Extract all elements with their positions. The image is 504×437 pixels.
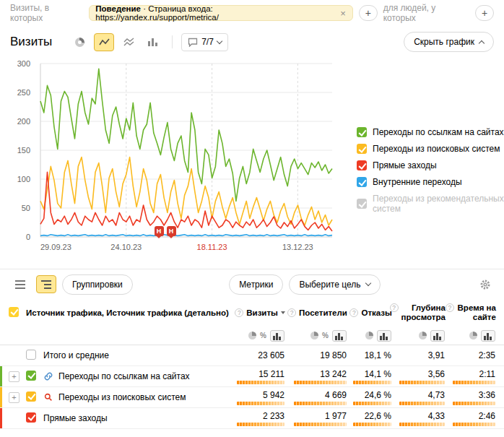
chip-close-icon[interactable]: × (339, 9, 347, 18)
metric-value: 18,1 % (347, 350, 391, 360)
bars-toggle-icon[interactable] (430, 330, 445, 342)
pie-toggle-icon[interactable] (365, 332, 373, 339)
goal-select-button[interactable]: Выберите цель (289, 274, 380, 295)
add-visit-filter-button[interactable]: + (359, 5, 378, 21)
y-axis-labels: 050100150200250300 (0, 64, 33, 237)
line-chart-icon (99, 38, 110, 46)
segment-chip[interactable]: Поведение · Страница входа: https://yand… (89, 5, 353, 21)
legend-checkbox-search[interactable] (357, 144, 367, 154)
column-header-depth[interactable]: ?Глубина просмотра (392, 303, 446, 322)
help-icon[interactable]: ? (390, 303, 399, 312)
metric-histogram (453, 381, 496, 384)
column-header-bounce[interactable]: ?Отказы (347, 308, 392, 318)
chart-type-columns-button[interactable] (143, 33, 163, 51)
chevron-down-icon (365, 280, 370, 286)
segment-chip-text: Поведение · Страница входа: https://yand… (95, 4, 335, 22)
legend-item-recommendation[interactable]: Переходы из рекомендательных систем (357, 194, 504, 214)
bars-toggle-icon[interactable] (270, 330, 284, 342)
percent-toggle-icon[interactable]: % (260, 332, 266, 339)
note-marker[interactable]: Н (155, 226, 164, 236)
metric-histogram (237, 381, 284, 384)
legend-label: Прямые заходы (373, 160, 437, 170)
people-filter-label: для людей, у которых (383, 3, 470, 23)
legend-checkbox-internal[interactable] (357, 177, 367, 187)
metric-value: 3:36 (445, 390, 495, 400)
column-header-time[interactable]: ?Время на сайте (446, 303, 496, 322)
legend-item-search[interactable]: Переходы из поисковых систем (357, 144, 504, 154)
chart-type-stacked-button[interactable] (118, 33, 139, 51)
filter-bar: Визиты, в которых Поведение · Страница в… (0, 0, 504, 26)
select-all-checkbox[interactable] (9, 307, 19, 317)
metric-histogram (294, 402, 347, 405)
view-tree-button[interactable] (36, 275, 56, 293)
legend-item-links[interactable]: Переходы по ссылкам на сайтах (357, 127, 504, 137)
legend-label: Внутренние переходы (373, 177, 462, 187)
chart-type-line-button[interactable] (94, 33, 114, 51)
chart-plot: 050100150200250300 29.09.2324.10.2318.11… (0, 58, 339, 269)
row-label[interactable]: Переходы из поисковых систем (58, 392, 186, 402)
legend-checkbox-recommendation[interactable] (357, 199, 367, 209)
row-checkbox[interactable] (26, 412, 36, 423)
comment-bubble-icon (188, 38, 198, 47)
add-people-filter-button[interactable]: + (475, 5, 494, 21)
legend-item-internal[interactable]: Внутренние переходы (357, 177, 504, 187)
line-chart-canvas (40, 64, 332, 237)
metric-histogram (353, 381, 391, 384)
table-row-total[interactable]: Итого и средние 23 605 19 850 18,1 % 3,9… (0, 345, 504, 366)
table-row-site-links[interactable]: + Переходы по ссылкам на сайтах 15 211 1… (0, 366, 504, 387)
row-checkbox[interactable] (26, 371, 36, 381)
expand-row-button[interactable]: + (9, 371, 19, 382)
metric-value: 5 942 (228, 390, 284, 400)
expand-row-button[interactable]: + (9, 392, 19, 403)
row-checkbox[interactable] (26, 350, 36, 360)
legend-label: Переходы по ссылкам на сайтах (373, 127, 504, 137)
visits-filter-label: Визиты, в которых (10, 3, 83, 23)
pie-toggle-icon[interactable] (248, 332, 256, 339)
metric-value: 4,33 (391, 411, 445, 421)
row-checkbox[interactable] (26, 391, 36, 402)
help-icon[interactable]: ? (287, 308, 296, 317)
bars-toggle-icon[interactable] (377, 330, 391, 342)
column-header-visits[interactable]: ?Визиты (229, 308, 285, 318)
view-list-button[interactable] (10, 275, 30, 293)
legend-checkbox-links[interactable] (357, 127, 367, 137)
pie-toggle-icon[interactable] (469, 332, 477, 339)
metric-value: 23 605 (228, 350, 284, 360)
note-marker[interactable]: Н (167, 226, 176, 236)
bars-toggle-icon[interactable] (332, 330, 347, 342)
metric-histogram (353, 423, 391, 426)
divider (172, 35, 173, 48)
table-row-direct[interactable]: Прямые заходы 2 233 1 977 22,6 % 4,33 2:… (0, 408, 504, 429)
legend-label: Переходы из поисковых систем (373, 144, 500, 154)
visits-chart-area: 050100150200250300 29.09.2324.10.2318.11… (0, 58, 504, 269)
percent-toggle-icon[interactable]: % (322, 332, 329, 339)
link-icon (43, 371, 53, 381)
pie-toggle-icon[interactable] (419, 332, 427, 339)
chart-type-pie-button[interactable] (69, 33, 90, 51)
legend-checkbox-direct[interactable] (357, 160, 367, 170)
pie-toggle-icon[interactable] (310, 332, 318, 339)
chart-header: Визиты 7/7 Скрыть график (0, 26, 504, 58)
groupings-button[interactable]: Группировки (62, 274, 133, 295)
hide-chart-button[interactable]: Скрыть график (404, 32, 494, 52)
bars-toggle-icon[interactable] (481, 330, 495, 342)
metric-histogram (353, 402, 391, 405)
metric-histogram (237, 423, 284, 426)
metric-histogram (399, 423, 445, 426)
legend-item-direct[interactable]: Прямые заходы (357, 160, 504, 170)
comments-button[interactable]: 7/7 (181, 33, 228, 51)
help-icon[interactable]: ? (235, 308, 243, 317)
row-label[interactable]: Прямые заходы (43, 413, 108, 423)
metric-histogram (399, 381, 445, 384)
help-icon[interactable]: ? (349, 308, 358, 317)
table-row-search-engines[interactable]: + Переходы из поисковых систем 5 942 4 6… (0, 387, 504, 408)
settings-gear-icon[interactable] (477, 276, 494, 293)
metric-value: 4 669 (284, 390, 347, 400)
metric-value: 14,1 % (347, 369, 391, 379)
help-icon[interactable]: ? (446, 303, 454, 312)
metric-value: 13 242 (284, 369, 347, 379)
metrics-button[interactable]: Метрики (229, 274, 283, 295)
column-header-visitors[interactable]: ?Посетители (285, 308, 347, 318)
donut-chart-icon (75, 38, 84, 47)
row-label[interactable]: Переходы по ссылкам на сайтах (58, 371, 190, 381)
